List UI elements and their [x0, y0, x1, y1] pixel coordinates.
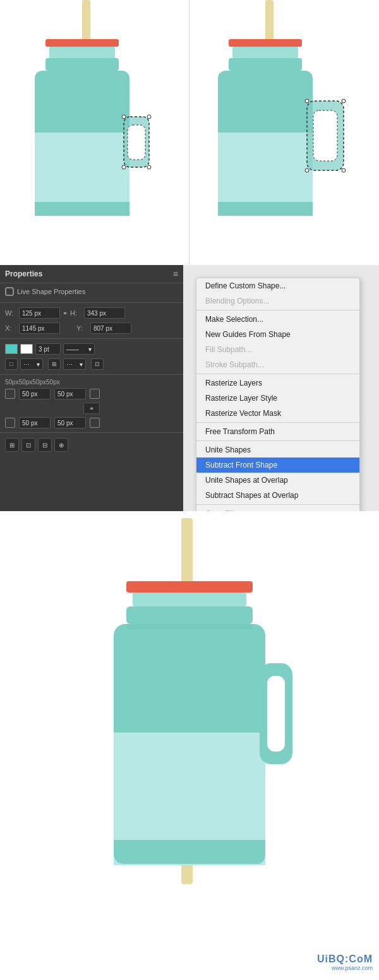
menu-item[interactable]: Define Custom Shape... — [196, 278, 359, 293]
watermark-area: UiBQ:CoM www.psanz.com — [317, 953, 373, 971]
menu-item[interactable]: Rasterize Layers — [196, 375, 359, 391]
svg-rect-32 — [6, 288, 13, 295]
menu-item: Stroke Subpath... — [196, 357, 359, 372]
svg-point-14 — [122, 165, 126, 169]
svg-rect-10 — [128, 125, 145, 160]
menu-item: Blending Options... — [196, 293, 359, 309]
shape-btn-1[interactable]: □ — [5, 358, 18, 370]
svg-point-13 — [147, 115, 151, 119]
svg-point-12 — [122, 115, 126, 119]
menu-separator — [196, 310, 359, 310]
pad-bottom-input[interactable] — [19, 417, 51, 428]
divider-3 — [0, 374, 183, 375]
menu-separator — [196, 374, 359, 374]
x-input[interactable] — [19, 322, 60, 334]
padding-top-row — [0, 387, 183, 401]
w-label: W: — [5, 309, 16, 317]
large-jar-canvas — [79, 518, 300, 972]
properties-panel: Properties ≡ Live Shape Properties W: ⚭ … — [0, 265, 183, 511]
padding-label: 50px50px50px50px — [0, 377, 183, 387]
pad-left-input[interactable] — [54, 417, 86, 428]
w-input[interactable] — [19, 307, 60, 319]
menu-item[interactable]: Make Selection... — [196, 312, 359, 327]
svg-point-28 — [305, 99, 309, 103]
shape-dropdown-2[interactable]: ⋯▾ — [63, 358, 86, 370]
svg-point-15 — [147, 165, 151, 169]
corner-bl — [5, 418, 15, 428]
corner-tl — [5, 389, 15, 399]
svg-rect-40 — [267, 676, 285, 752]
menu-item[interactable]: Unite Shapes — [196, 442, 359, 458]
stroke-type-dropdown[interactable]: ——▾ — [63, 343, 95, 355]
shape-row: □ ⋯▾ ⊞ ⋯▾ ⊡ — [0, 357, 183, 372]
svg-rect-41 — [126, 624, 253, 629]
top-section — [0, 0, 379, 265]
svg-point-30 — [305, 168, 309, 172]
icon-btn-2[interactable]: ⊡ — [21, 438, 35, 452]
link-center-row: ⚭ — [0, 401, 183, 416]
wh-row: W: ⚭ H: — [0, 305, 183, 321]
corner-tr — [90, 389, 100, 399]
icon-btn-1[interactable]: ⊞ — [5, 438, 19, 452]
menu-item[interactable]: Unite Shapes at Overlap — [196, 473, 359, 488]
corner-br — [90, 418, 100, 428]
menu-separator — [196, 440, 359, 441]
menu-separator — [196, 422, 359, 423]
svg-rect-34 — [126, 581, 253, 593]
pad-right-input[interactable] — [54, 388, 86, 399]
xy-row: X: Y: — [0, 321, 183, 336]
padding-bottom-row — [0, 416, 183, 430]
shape-btn-2[interactable]: ⊞ — [48, 358, 61, 370]
color-row: ——▾ — [0, 341, 183, 357]
context-menu: Define Custom Shape...Blending Options..… — [196, 278, 360, 537]
live-shape-title: Live Shape Properties — [0, 283, 183, 300]
panel-title: Properties — [5, 269, 42, 278]
divider-2 — [0, 338, 183, 339]
pad-top-input[interactable] — [19, 388, 51, 399]
y-input[interactable] — [90, 322, 131, 334]
shape-dropdown-1[interactable]: ⋯▾ — [20, 358, 43, 370]
menu-item[interactable]: Free Transform Path — [196, 424, 359, 439]
menu-item[interactable]: New Guides From Shape — [196, 327, 359, 342]
divider-1 — [0, 302, 183, 303]
svg-point-31 — [342, 168, 346, 172]
fill-swatch[interactable] — [5, 344, 18, 354]
svg-rect-19 — [229, 58, 302, 71]
shape-btn-3[interactable]: ⊡ — [91, 358, 104, 370]
svg-point-29 — [342, 99, 346, 103]
svg-rect-26 — [313, 110, 337, 161]
link-toggle-btn[interactable]: ⚭ — [83, 403, 100, 414]
bottom-section: UiBQ:CoM www.psanz.com — [0, 511, 379, 979]
context-menu-area: Define Custom Shape...Blending Options..… — [183, 265, 379, 511]
stroke-swatch[interactable] — [20, 344, 33, 354]
h-label: H: — [70, 309, 81, 317]
watermark-main: UiBQ:CoM — [317, 953, 373, 965]
menu-item[interactable]: Subtract Shapes at Overlap — [196, 488, 359, 503]
middle-section: Properties ≡ Live Shape Properties W: ⚭ … — [0, 265, 379, 511]
svg-rect-23 — [218, 202, 313, 216]
panel-header: Properties ≡ — [0, 265, 183, 283]
menu-separator — [196, 504, 359, 505]
menu-item[interactable]: Rasterize Layer Style — [196, 391, 359, 406]
shape-icon — [5, 287, 14, 296]
svg-rect-17 — [229, 39, 302, 47]
svg-rect-36 — [126, 606, 253, 624]
icon-btn-3[interactable]: ⊟ — [38, 438, 52, 452]
panel-menu-icon[interactable]: ≡ — [173, 269, 178, 279]
svg-rect-1 — [45, 39, 119, 47]
y-label: Y: — [76, 324, 88, 332]
h-input[interactable] — [84, 307, 125, 319]
menu-item[interactable]: Subtract Front Shape — [196, 458, 359, 473]
menu-item[interactable]: Rasterize Vector Mask — [196, 406, 359, 421]
link-icon: ⚭ — [63, 310, 68, 317]
svg-rect-3 — [45, 58, 119, 71]
divider-4 — [0, 432, 183, 433]
bottom-icons-row: ⊞ ⊡ ⊟ ⊕ — [0, 435, 183, 454]
x-label: X: — [5, 324, 16, 332]
icon-btn-4[interactable]: ⊕ — [54, 438, 68, 452]
right-panel — [190, 0, 379, 265]
svg-rect-7 — [35, 202, 129, 216]
left-panel — [0, 0, 190, 265]
stroke-size-input[interactable] — [35, 343, 61, 355]
svg-rect-35 — [133, 593, 246, 606]
